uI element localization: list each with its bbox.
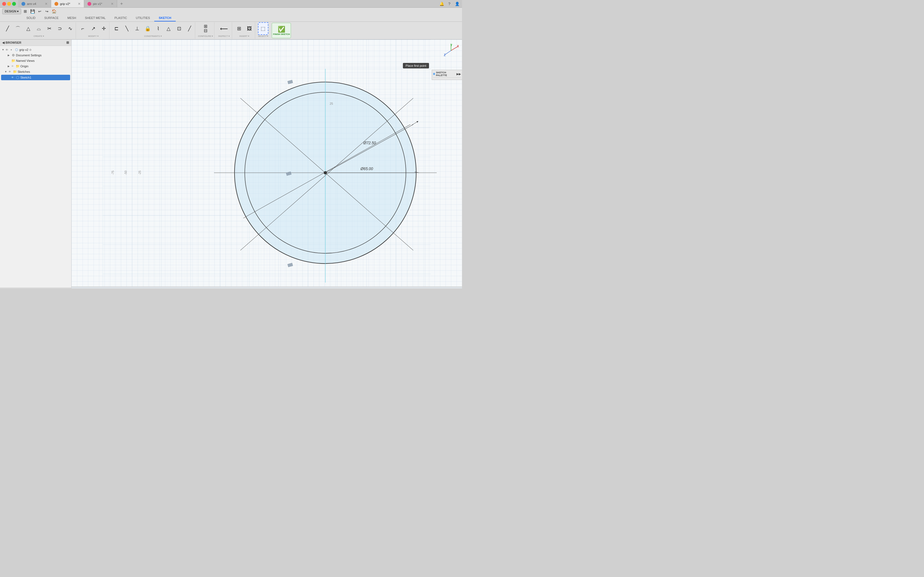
tab-label-arm: arm v4 <box>27 2 36 5</box>
tree-item-origin[interactable]: ▶ 👁 📁 Origin <box>0 63 71 69</box>
eye-icon-grip[interactable]: 👁 <box>5 48 9 52</box>
viewport[interactable]: Ø72.50 Ø65.00 -75 -50 -25 25 <box>71 40 462 288</box>
undo-icon[interactable]: ↩ <box>37 8 43 14</box>
insert-image-tool[interactable]: 🖼 <box>244 22 255 35</box>
tree-item-named-views[interactable]: ▶ 📁 Named Views <box>0 58 71 63</box>
tree-item-grip-v2[interactable]: ▼ 👁 ● ⬡ grip v2 ⚙ <box>0 47 71 53</box>
tab-plastic[interactable]: PLASTIC <box>110 15 131 21</box>
component-icon-grip: ⬡ <box>14 48 19 52</box>
line-icon: ╱ <box>6 26 9 31</box>
tab-grip[interactable]: grip v2* ✕ <box>51 0 84 7</box>
new-tab-button[interactable]: ＋ <box>117 0 126 7</box>
design-dropdown[interactable]: DESIGN ▾ <box>2 8 21 14</box>
left-panel: ◀ BROWSER ⊞ ▼ 👁 ● ⬡ grip v2 ⚙ <box>0 40 71 288</box>
trim-tool[interactable]: ✂ <box>44 22 55 35</box>
eye-icon-sketch1[interactable]: 👁 <box>10 76 14 79</box>
lock-tool[interactable]: 🔒 <box>142 22 153 35</box>
grid-toggle-button[interactable]: ⊞ <box>234 288 241 289</box>
zoom-out-button[interactable]: 🔍 <box>259 288 266 289</box>
tab-sheet-metal[interactable]: SHEET METAL <box>81 15 110 21</box>
polygon-icon: △ <box>26 26 30 31</box>
more-button[interactable]: ⊟ <box>292 288 299 289</box>
configure-icon2: ⊟ <box>204 29 207 33</box>
perpendicular-tool[interactable]: ⊥ <box>132 22 142 35</box>
gear-icon-doc: ⚙ <box>11 53 15 57</box>
tree-arrow-doc: ▶ <box>6 53 10 57</box>
camera-button[interactable]: 📷 <box>243 288 249 289</box>
tab-close-arm[interactable]: ✕ <box>45 2 48 6</box>
sketch-palette-header: SKETCH PALETTE ▶▶ <box>433 71 461 78</box>
line-tool[interactable]: ╱ <box>2 22 13 35</box>
home-icon[interactable]: 🏠 <box>51 8 57 14</box>
inspect-icon: ⟵ <box>220 26 228 31</box>
finish-sketch-button[interactable]: ✅ FINISH SKETCH <box>272 23 291 38</box>
equal-icon: △ <box>166 26 171 31</box>
tab-sketch[interactable]: SKETCH <box>154 15 176 21</box>
offset-tool[interactable]: ⊃ <box>55 22 65 35</box>
visual-style-button[interactable]: ◫ <box>284 288 291 289</box>
spline-tool[interactable]: ∿ <box>65 22 75 35</box>
eye-icon-sketches[interactable]: 👁 <box>8 70 11 74</box>
zoom-in-button[interactable]: ⊕ <box>268 288 274 289</box>
polygon-tool[interactable]: △ <box>23 22 34 35</box>
configure-tool[interactable]: ⊞ ⊟ <box>198 22 213 35</box>
tab-solid[interactable]: SOLID <box>22 15 40 21</box>
redo-icon[interactable]: ↪ <box>44 8 50 14</box>
select-tool[interactable]: ⬚ <box>258 22 268 35</box>
equal-tool[interactable]: △ <box>163 22 174 35</box>
finish-sketch-label: FINISH SKETCH <box>273 33 290 35</box>
inspect-tool[interactable]: ⟵ <box>216 22 231 35</box>
tab-utilities[interactable]: UTILITIES <box>131 15 154 21</box>
coincident-tool[interactable]: ⊏ <box>111 22 121 35</box>
sketch-icon-sketch1: ⬡ <box>15 75 20 80</box>
eye-icon-origin[interactable]: 👁 <box>10 64 14 68</box>
lock-icon: 🔒 <box>145 26 151 31</box>
grid-icon[interactable]: ⊞ <box>22 8 28 14</box>
collinear-tool[interactable]: ╲ <box>121 22 132 35</box>
arc-tool[interactable]: ⌒ <box>13 22 23 35</box>
browser-collapse-icon[interactable]: ◀ <box>2 41 5 45</box>
tangent-tool[interactable]: ⌇ <box>153 22 163 35</box>
close-button[interactable] <box>2 2 6 6</box>
display-button[interactable]: ⬜ <box>276 288 283 289</box>
fix-tool[interactable]: ╱ <box>184 22 195 35</box>
tree-item-sketch1[interactable]: 👁 ⬡ Sketch1 <box>1 75 70 80</box>
tab-close-grip[interactable]: ✕ <box>78 2 81 6</box>
insert-tool[interactable]: ⊞ <box>234 22 244 35</box>
tab-surface[interactable]: SURFACE <box>40 15 63 21</box>
tab-arm[interactable]: arm v4 ✕ <box>18 0 51 7</box>
user-icon[interactable]: 👤 <box>454 1 460 6</box>
tab-mesh[interactable]: MESH <box>63 15 81 21</box>
browser-settings-icon[interactable]: ⊞ <box>66 41 69 45</box>
sketch-canvas: Ø72.50 Ø65.00 -75 -50 -25 25 <box>71 40 462 288</box>
tab-close-pin[interactable]: ✕ <box>111 2 113 6</box>
tree-item-doc-settings[interactable]: ▶ ⚙ Document Settings <box>0 53 71 58</box>
sketch-palette[interactable]: SKETCH PALETTE ▶▶ <box>432 70 462 80</box>
hv-icon: ⊡ <box>177 26 181 31</box>
minimize-button[interactable] <box>7 2 11 6</box>
fillet-tool[interactable]: ⌐ <box>78 22 88 35</box>
notifications-icon[interactable]: 🔔 <box>439 1 444 6</box>
tab-pin[interactable]: pin v1* ✕ <box>84 0 117 7</box>
offset2-icon: ↗ <box>91 26 95 31</box>
tree-item-sketches[interactable]: ▼ 👁 📁 Sketches <box>0 69 71 74</box>
tree-label-sketch1: Sketch1 <box>20 76 31 79</box>
maximize-button[interactable] <box>12 2 16 6</box>
modify-label: MODIFY ▾ <box>87 35 99 38</box>
tab-icon-grip <box>55 2 58 6</box>
save-icon[interactable]: 💾 <box>29 8 36 14</box>
move-tool[interactable]: ✛ <box>99 22 109 35</box>
axes-svg: X Y Z <box>443 42 459 59</box>
configure-label: CONFIGURE ▾ <box>197 35 214 38</box>
fillet-icon: ⌐ <box>81 26 84 31</box>
tab-bar: arm v4 ✕ grip v2* ✕ pin v1* ✕ ＋ 🔔 ? 👤 <box>18 0 462 7</box>
vis-icon-grip: ● <box>9 48 13 52</box>
help-icon[interactable]: ? <box>447 1 452 6</box>
hv-tool[interactable]: ⊡ <box>174 22 184 35</box>
offset2-tool[interactable]: ↗ <box>88 22 99 35</box>
sketch-palette-expand-icon[interactable]: ▶▶ <box>457 73 461 76</box>
arc2-tool[interactable]: ⌓ <box>34 22 44 35</box>
create-label: CREATE ▾ <box>32 35 45 38</box>
view-cube[interactable]: X Y Z TOP <box>443 42 459 59</box>
pan-button[interactable]: ✋ <box>251 288 258 289</box>
